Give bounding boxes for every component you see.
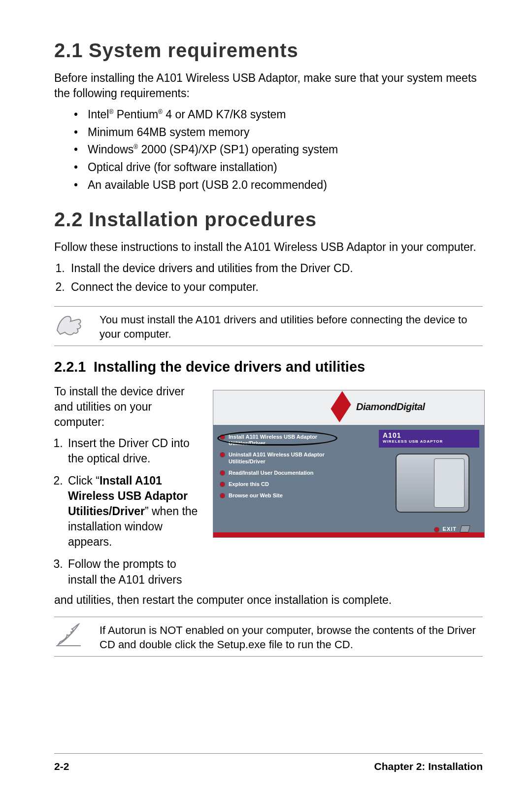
- step-continuation: and utilities, then restart the computer…: [54, 593, 483, 608]
- step: Connect the device to your computer.: [68, 279, 483, 296]
- subsection-text-column: To install the device driver and utiliti…: [54, 384, 202, 594]
- heading-text: Installation procedures: [89, 209, 317, 230]
- diamond-logo-icon: [331, 391, 351, 422]
- intro-22: Follow these instructions to install the…: [54, 240, 483, 255]
- exit-icon: [460, 525, 470, 532]
- bullet-icon: [434, 527, 439, 532]
- note-text: You must install the A101 drivers and ut…: [100, 311, 483, 342]
- page-footer: 2-2 Chapter 2: Installation: [54, 753, 483, 772]
- bullet-icon: [220, 493, 225, 498]
- menu-item-docs[interactable]: Read/Install User Documentation: [220, 470, 348, 476]
- installer-red-strip: [213, 532, 484, 537]
- exit-button[interactable]: EXIT: [434, 525, 469, 532]
- menu-item-website[interactable]: Browse our Web Site: [220, 492, 348, 499]
- req-item: Minimum 64MB system memory: [74, 124, 483, 141]
- bullet-icon: [220, 435, 225, 439]
- bullet-icon: [220, 453, 225, 457]
- brand-row: DiamondDigital: [331, 396, 425, 417]
- step: Follow the prompts to install the A101 d…: [66, 557, 202, 587]
- intro-221: To install the device driver and utiliti…: [54, 384, 202, 430]
- subsection-image-column: DiamondDigital A101 WIRELESS USB ADAPTOR…: [213, 384, 485, 538]
- brand-text: DiamondDigital: [356, 401, 425, 413]
- page: 2.1System requirements Before installing…: [0, 0, 532, 802]
- heading-number: 2.2: [54, 209, 89, 231]
- installer-menu: Install A101 Wireless USB Adaptor Utilit…: [220, 434, 348, 504]
- step: Insert the Driver CD into the optical dr…: [66, 436, 202, 466]
- menu-item-explore[interactable]: Explore this CD: [220, 481, 348, 488]
- install-steps: Insert the Driver CD into the optical dr…: [54, 436, 202, 587]
- model-subtitle: WIRELESS USB ADAPTOR: [383, 439, 475, 444]
- installer-screenshot: DiamondDigital A101 WIRELESS USB ADAPTOR…: [213, 390, 485, 538]
- menu-item-uninstall[interactable]: Uninstall A101 Wireless USB Adaptor Util…: [220, 452, 348, 464]
- step: Install the device drivers and utilities…: [68, 260, 483, 278]
- chapter-label: Chapter 2: Installation: [374, 761, 483, 772]
- req-item: An available USB port (USB 2.0 recommend…: [74, 176, 483, 194]
- heading-number: 2.1: [54, 39, 89, 62]
- note-text: If Autorun is NOT enabled on your comput…: [100, 621, 483, 652]
- heading-number: 2.2.1: [54, 359, 94, 375]
- bullet-icon: [220, 471, 225, 475]
- heading-2-2-1: 2.2.1Installing the device drivers and u…: [54, 359, 483, 375]
- bullet-icon: [220, 482, 225, 487]
- heading-2-2: 2.2Installation procedures: [54, 209, 483, 231]
- menu-item-install[interactable]: Install A101 Wireless USB Adaptor Utilit…: [220, 434, 348, 447]
- intro-21: Before installing the A101 Wireless USB …: [54, 70, 483, 101]
- installer-header: DiamondDigital: [213, 390, 484, 425]
- requirements-list: Intel® Pentium® 4 or AMD K7/K8 system Mi…: [54, 106, 483, 194]
- subsection-layout: To install the device driver and utiliti…: [54, 384, 483, 594]
- req-item: Windows® 2000 (SP4)/XP (SP1) operating s…: [74, 141, 483, 159]
- procedure-steps: Install the device drivers and utilities…: [54, 260, 483, 296]
- heading-text: System requirements: [89, 39, 299, 61]
- model-name: A101: [383, 431, 475, 439]
- heading-2-1: 2.1System requirements: [54, 39, 483, 62]
- req-item: Optical drive (for software installation…: [74, 159, 483, 176]
- device-illustration-icon: [396, 453, 469, 513]
- req-item: Intel® Pentium® 4 or AMD K7/K8 system: [74, 106, 483, 124]
- note-block: You must install the A101 drivers and ut…: [54, 306, 483, 346]
- step: Click “Install A101 Wireless USB Adaptor…: [66, 473, 202, 550]
- hand-pointing-icon: [54, 311, 84, 340]
- heading-text: Installing the device drivers and utilit…: [94, 359, 365, 375]
- exit-label: EXIT: [443, 526, 457, 532]
- page-number: 2-2: [54, 761, 69, 772]
- note-block: If Autorun is NOT enabled on your comput…: [54, 617, 483, 657]
- model-banner: A101 WIRELESS USB ADAPTOR: [379, 430, 479, 448]
- quill-pen-icon: [54, 621, 84, 650]
